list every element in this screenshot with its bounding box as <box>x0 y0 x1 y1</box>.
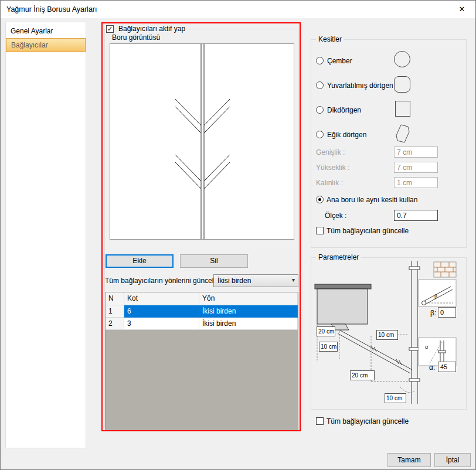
brick-wall-icon <box>434 262 456 277</box>
chevron-down-icon: ▾ <box>292 277 295 283</box>
sections-update-all-label[interactable]: Tüm bağlayıcıları güncelle <box>327 227 409 235</box>
downpipe-preview-drawing <box>110 44 294 239</box>
height-input[interactable] <box>394 162 438 173</box>
width-input[interactable] <box>394 147 438 158</box>
beta-glyph: β <box>434 294 437 299</box>
enable-connectors-checkbox[interactable]: ✓ <box>106 25 114 33</box>
direction-combobox-value: İkisi birden <box>217 277 251 285</box>
alpha-label: α: <box>429 363 435 372</box>
beta-angle-diagram: β <box>419 280 456 306</box>
table-header-row: N Kot Yön <box>106 292 298 305</box>
direction-combobox[interactable]: İkisi birden ▾ <box>213 274 298 287</box>
window-title: Yağmur İniş Borusu Ayarları <box>6 5 97 13</box>
connectors-table[interactable]: N Kot Yön 1 6 İkisi birden 2 3 İkisi bir… <box>105 292 298 431</box>
table-header-kot[interactable]: Kot <box>124 292 199 305</box>
circle-section-icon <box>394 51 410 67</box>
thickness-label: Kalınlık : <box>316 179 343 187</box>
pipe-preview-panel <box>110 43 294 240</box>
parameters-update-all-label[interactable]: Tüm bağlayıcıları güncelle <box>327 417 409 425</box>
width-label: Genişlik : <box>316 148 345 156</box>
radio-circle-label[interactable]: Çember <box>327 57 352 65</box>
close-icon[interactable]: ✕ <box>449 1 475 18</box>
oblique-rect-section-icon <box>396 124 410 144</box>
kot-cell[interactable]: 3 <box>124 318 199 330</box>
radio-circle-section[interactable] <box>316 57 324 64</box>
cancel-button[interactable]: İptal <box>434 453 471 467</box>
yon-cell[interactable]: İkisi birden <box>199 318 298 330</box>
table-row[interactable]: 1 6 İkisi birden <box>106 305 298 318</box>
dimension-label-4: 20 cm <box>350 370 375 380</box>
alpha-glyph: α <box>425 344 428 350</box>
table-header-yon[interactable]: Yön <box>199 292 298 305</box>
radio-oblique-rect-section[interactable] <box>316 131 324 138</box>
height-label: Yükseklik : <box>316 164 349 172</box>
dimension-label-1: 20 cm <box>317 326 335 336</box>
update-directions-label: Tüm bağlayıcıların yönlerini güncelle : <box>105 277 223 285</box>
add-button[interactable]: Ekle <box>106 254 174 268</box>
thickness-input[interactable] <box>394 177 438 188</box>
row-index-cell: 1 <box>106 305 124 318</box>
beta-label: β: <box>430 309 436 317</box>
kot-cell[interactable]: 6 <box>124 305 199 318</box>
radio-rect-label[interactable]: Dikdörtgen <box>327 106 361 114</box>
scale-input[interactable] <box>394 210 438 221</box>
ok-button[interactable]: Tamam <box>387 453 431 467</box>
dimension-label-5: 10 cm <box>385 393 406 403</box>
enable-connectors-label[interactable]: Bağlayıcıları aktif yap <box>117 25 187 33</box>
sections-update-all-checkbox[interactable] <box>316 227 324 234</box>
sidebar-item-baglayicilar[interactable]: Bağlayıcılar <box>6 38 86 52</box>
alpha-input[interactable] <box>438 362 456 372</box>
radio-rounded-rect-section[interactable] <box>316 81 324 89</box>
table-row[interactable]: 2 3 İkisi birden <box>106 318 298 330</box>
check-icon: ✓ <box>107 25 113 32</box>
rain-downpipe-settings-dialog: Yağmur İniş Borusu Ayarları ✕ Genel Ayar… <box>0 0 476 470</box>
scale-label: Ölçek : <box>325 212 346 220</box>
table-header-n[interactable]: N <box>106 292 124 305</box>
dimension-label-2: 10 cm <box>319 342 338 352</box>
radio-rounded-rect-label[interactable]: Yuvarlatılmış dörtgen <box>327 81 393 90</box>
radio-rect-section[interactable] <box>316 106 324 114</box>
settings-sidebar: Genel Ayarlar Bağlayıcılar <box>5 22 86 448</box>
title-bar: Yağmur İniş Borusu Ayarları ✕ <box>1 1 475 18</box>
yon-cell[interactable]: İkisi birden <box>199 305 298 318</box>
sections-group-title: Kesitler <box>316 35 344 43</box>
row-index-cell: 2 <box>106 318 124 330</box>
rect-section-icon <box>395 101 410 117</box>
dimension-label-3: 10 cm <box>376 330 398 340</box>
parameters-update-all-checkbox[interactable] <box>316 417 324 425</box>
same-as-main-pipe-label[interactable]: Ana boru ile aynı kesiti kullan <box>327 196 417 204</box>
delete-button[interactable]: Sil <box>180 254 248 268</box>
radio-oblique-rect-label[interactable]: Eğik dörtgen <box>327 131 366 139</box>
beta-input[interactable] <box>438 307 456 318</box>
radio-same-as-main-pipe[interactable] <box>316 196 324 203</box>
rounded-rect-section-icon <box>394 76 410 93</box>
sidebar-item-genel-ayarlar[interactable]: Genel Ayarlar <box>6 24 86 38</box>
pipe-preview-label: Boru görüntüsü <box>112 33 160 42</box>
